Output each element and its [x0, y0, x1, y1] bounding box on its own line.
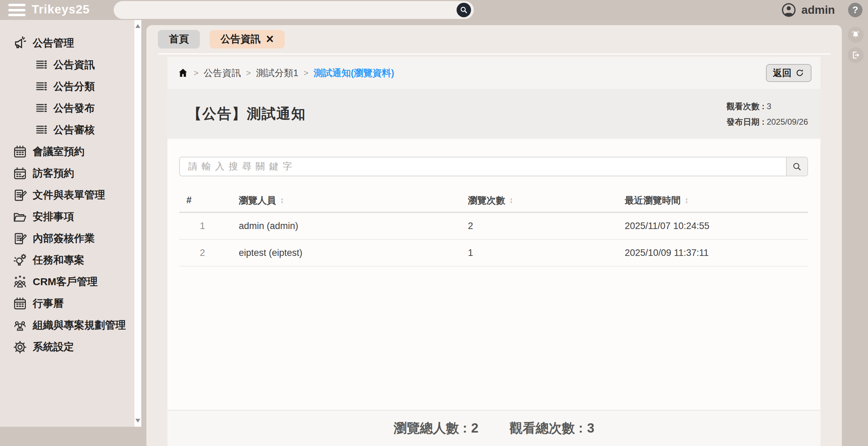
scroll-down-icon[interactable]	[135, 419, 140, 423]
sidebar-item-tasks-projects[interactable]: 任務和專案	[0, 249, 134, 271]
topbar-user-area: admin ?	[781, 0, 862, 20]
total-viewers: 瀏覽總人數 :2	[394, 419, 478, 437]
column-header-viewer[interactable]: 瀏覽人員↕	[226, 194, 455, 207]
cell-index: 1	[179, 221, 226, 231]
table-search	[179, 157, 808, 176]
sidebar-scrollbar[interactable]	[134, 20, 141, 427]
global-search-button[interactable]	[457, 3, 471, 17]
announcement-title: 【公告】測試通知	[187, 104, 306, 123]
sort-icon[interactable]: ↕	[509, 196, 513, 205]
logout-icon	[851, 50, 860, 60]
sidebar-menu: 公告管理 公告資訊 公告分類	[0, 32, 134, 358]
breadcrumb-link-test-category[interactable]: 測試分類1	[256, 67, 298, 79]
sidebar-item-announcement-category[interactable]: 公告分類	[0, 76, 134, 97]
cell-view-count: 1	[455, 248, 612, 258]
global-search	[114, 1, 474, 19]
breadcrumb-current: 測試通知(瀏覽資料)	[314, 67, 394, 79]
detail-panel: > 公告資訊 > 測試分類1 > 測試通知(瀏覽資料) 返回 【公告】測試通知 …	[167, 57, 820, 446]
breadcrumb-separator: >	[246, 68, 251, 78]
notifications-button[interactable]	[848, 27, 864, 43]
sidebar-item-label: 公告管理	[33, 36, 74, 50]
sidebar-item-label: 組織與專案規劃管理	[33, 318, 126, 332]
sidebar-item-announcement-info[interactable]: 公告資訊	[0, 54, 134, 76]
help-button[interactable]: ?	[848, 3, 862, 17]
totals-footer: 瀏覽總人數 :2 觀看總次數 :3	[167, 410, 820, 446]
table-row: 1 admin (admin) 2 2025/11/07 10:24:55	[179, 213, 808, 240]
app-logo: Trikeys25	[32, 2, 90, 16]
close-tab-icon[interactable]: ×	[266, 32, 274, 45]
topbar: Trikeys25 admin ?	[0, 0, 868, 20]
cell-view-count: 2	[455, 221, 612, 231]
table-search-input[interactable]	[180, 157, 786, 176]
breadcrumb-link-announcement-info[interactable]: 公告資訊	[204, 67, 241, 79]
back-button[interactable]: 返回	[766, 64, 811, 82]
username-label: admin	[801, 3, 835, 17]
crm-people-icon	[12, 274, 28, 290]
breadcrumb-separator: >	[304, 68, 308, 78]
user-avatar-icon[interactable]	[781, 2, 797, 18]
sidebar-item-announcement-management[interactable]: 公告管理	[0, 32, 134, 54]
column-header-view-count[interactable]: 瀏覽次數↕	[455, 194, 612, 207]
gear-icon	[12, 340, 28, 355]
global-search-input[interactable]	[114, 1, 451, 19]
tab-bar: 首頁 公告資訊 ×	[146, 25, 842, 49]
sidebar-item-scheduled-matters[interactable]: 安排事項	[0, 206, 134, 228]
announcement-meta: 觀看次數 :3 發布日期 :2025/09/26	[726, 98, 808, 129]
list-icon	[34, 58, 48, 72]
sidebar-item-system-settings[interactable]: 系統設定	[0, 336, 134, 358]
tab-announcement-info[interactable]: 公告資訊 ×	[210, 30, 285, 49]
cell-last-viewed: 2025/10/09 11:37:11	[612, 248, 808, 258]
document-pen-icon	[12, 231, 28, 246]
publish-date-line: 發布日期 :2025/09/26	[726, 114, 808, 129]
announcement-header: 【公告】測試通知 觀看次數 :3 發布日期 :2025/09/26	[167, 89, 820, 139]
view-log-section: # 瀏覽人員↕ 瀏覽次數↕ 最近瀏覽時間↕ 1 admin (admin) 2 …	[167, 139, 820, 410]
total-views: 觀看總次數 :3	[510, 419, 594, 437]
sidebar-item-crm-management[interactable]: CRM客戶管理	[0, 271, 134, 293]
sidebar-item-label: 內部簽核作業	[33, 231, 95, 246]
view-count-line: 觀看次數 :3	[726, 98, 808, 114]
list-icon	[34, 102, 48, 115]
sidebar-item-internal-approval[interactable]: 內部簽核作業	[0, 228, 134, 249]
sidebar-item-visitor-booking[interactable]: 訪客預約	[0, 163, 134, 184]
sidebar-item-label: 行事曆	[33, 297, 64, 311]
cell-viewer: eiptest (eiptest)	[226, 248, 455, 258]
column-header-index: #	[179, 195, 226, 206]
cell-index: 2	[179, 248, 226, 258]
folder-icon	[12, 209, 28, 225]
sidebar-item-label: 任務和專案	[33, 253, 84, 267]
sidebar-item-label: 系統設定	[33, 340, 74, 354]
search-icon	[459, 6, 468, 14]
tab-home[interactable]: 首頁	[158, 30, 200, 49]
bell-icon	[850, 30, 861, 40]
sidebar-item-announcement-publish[interactable]: 公告發布	[0, 97, 134, 119]
sidebar-item-org-project-planning[interactable]: 組織與專案規劃管理	[0, 314, 134, 336]
sidebar-item-meeting-room-booking[interactable]: 會議室預約	[0, 141, 134, 163]
document-pen-icon	[12, 188, 28, 203]
sidebar-item-label: 公告發布	[53, 101, 95, 115]
table-search-button[interactable]	[786, 157, 807, 176]
sort-icon[interactable]: ↕	[280, 196, 284, 205]
home-icon[interactable]	[177, 68, 188, 79]
calendar-icon	[12, 144, 28, 159]
sidebar-item-label: 安排事項	[33, 210, 74, 224]
column-header-last-viewed[interactable]: 最近瀏覽時間↕	[612, 194, 808, 207]
calendar-icon	[12, 296, 28, 311]
search-icon	[792, 162, 802, 172]
scroll-up-icon[interactable]	[135, 24, 140, 28]
refresh-icon	[795, 68, 805, 78]
sidebar-item-calendar[interactable]: 行事曆	[0, 293, 134, 314]
sidebar-item-announcement-review[interactable]: 公告審核	[0, 119, 134, 141]
megaphone-icon	[12, 36, 28, 51]
sidebar-item-label: 會議室預約	[33, 145, 84, 159]
hamburger-menu-icon[interactable]	[8, 4, 25, 16]
sort-icon[interactable]: ↕	[685, 196, 689, 205]
idea-gear-icon	[12, 253, 28, 268]
cell-last-viewed: 2025/11/07 10:24:55	[612, 221, 808, 231]
cell-viewer: admin (admin)	[226, 221, 455, 231]
breadcrumb-row: > 公告資訊 > 測試分類1 > 測試通知(瀏覽資料) 返回	[167, 57, 820, 89]
logout-button[interactable]	[848, 47, 864, 63]
content-card: 首頁 公告資訊 × > 公告資訊 > 測試分類1 > 測試通知(瀏覽資料) 返回	[146, 25, 842, 446]
tabs-divider	[158, 53, 830, 54]
sidebar-item-label: 公告分類	[53, 80, 95, 94]
sidebar-item-document-form-management[interactable]: 文件與表單管理	[0, 184, 134, 206]
